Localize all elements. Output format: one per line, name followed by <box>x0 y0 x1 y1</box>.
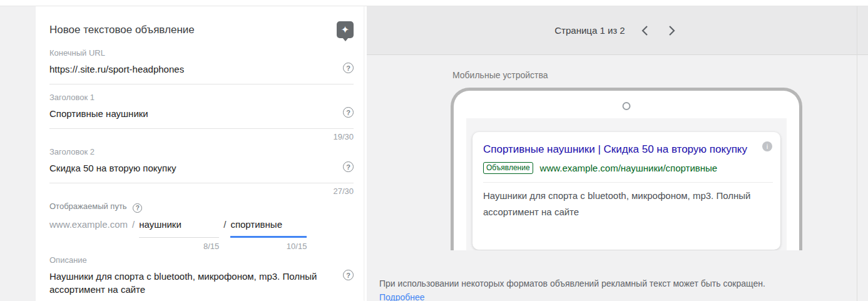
headline1-counter: 19/30 <box>49 132 354 141</box>
final-url-field: Конечный URL https://.site.ru/sport-head… <box>49 48 354 84</box>
ad-editor-panel: Новое текстовое объявление ✦ Конечный UR… <box>36 6 364 301</box>
display-path2-input[interactable]: спортивные <box>230 218 307 238</box>
path-separator: / <box>219 218 230 231</box>
disclaimer-text: При использовании некоторых форматов объ… <box>379 278 765 288</box>
display-path1-counter: 8/15 <box>139 242 219 251</box>
headline1-input[interactable]: Спортивные наушники <box>49 107 337 120</box>
display-path1-input[interactable]: наушники <box>139 218 219 238</box>
help-icon[interactable]: ? <box>343 63 354 73</box>
display-path2-group: спортивные 10/15 <box>230 218 307 251</box>
phone-mockup: Спортивные наушники | Скидка 50 на втору… <box>451 88 802 250</box>
chevron-right-icon[interactable] <box>664 23 680 39</box>
display-path-field: Отображаемый путь ? www.example.com / на… <box>49 202 354 251</box>
help-icon[interactable]: ? <box>343 270 354 280</box>
chevron-left-icon[interactable] <box>636 23 653 39</box>
help-icon[interactable]: ? <box>343 161 354 172</box>
headline2-label: Заголовок 2 <box>49 147 354 156</box>
headline2-field: Заголовок 2 Скидка 50 на вторую покупку … <box>49 147 354 196</box>
ad-display-url: www.example.com/наушники/спортивные <box>540 163 718 173</box>
final-url-input[interactable]: https://.site.ru/sport-headphones <box>49 63 337 76</box>
ad-card-divider <box>483 182 773 183</box>
field-divider <box>49 84 354 84</box>
description-label: Описание <box>49 255 354 265</box>
ad-preview-description: Наушники для спорта с bluetooth, микрофо… <box>483 188 770 220</box>
headline2-counter: 27/30 <box>49 186 354 196</box>
sparkle-icon: ✦ <box>341 24 349 36</box>
ad-preview-card: Спортивные наушники | Скидка 50 на втору… <box>472 132 780 250</box>
headline2-input[interactable]: Скидка 50 на вторую покупку <box>49 161 337 175</box>
help-icon[interactable]: ? <box>343 107 354 118</box>
preview-pagination-bar: Страница 1 из 2 <box>367 6 868 55</box>
phone-screen: Спортивные наушники | Скидка 50 на втору… <box>466 118 787 250</box>
preview-disclaimer: При использовании некоторых форматов объ… <box>379 277 765 301</box>
display-path-domain: www.example.com <box>49 218 128 231</box>
display-path2-counter: 10/15 <box>230 242 307 251</box>
headline1-field: Заголовок 1 Спортивные наушники ? 19/30 <box>49 93 354 141</box>
pagination-label: Страница 1 из 2 <box>554 25 625 36</box>
display-path1-group: наушники 8/15 <box>139 218 219 251</box>
ad-preview-title: Спортивные наушники | Скидка 50 на втору… <box>483 141 770 158</box>
field-divider <box>49 183 354 183</box>
path-separator: / <box>128 218 139 231</box>
learn-more-link[interactable]: Подробнее <box>379 292 425 301</box>
help-icon[interactable]: ? <box>133 203 142 213</box>
ad-suggestions-button[interactable]: ✦ <box>337 21 354 38</box>
info-icon[interactable]: i <box>762 141 772 151</box>
description-input[interactable]: Наушники для спорта с bluetooth, микрофо… <box>49 270 337 296</box>
panel-title: Новое текстовое объявление <box>49 21 195 36</box>
description-field: Описание Наушники для спорта с bluetooth… <box>49 255 354 301</box>
panel-edge-divider <box>857 6 857 301</box>
headline1-label: Заголовок 1 <box>49 93 354 102</box>
phone-camera-icon <box>623 102 631 110</box>
final-url-label: Конечный URL <box>49 48 354 58</box>
ad-preview-panel: Страница 1 из 2 Мобильные устройства Спо… <box>367 6 868 301</box>
left-gutter <box>0 6 36 301</box>
display-path-label: Отображаемый путь <box>49 202 127 211</box>
top-strip <box>0 0 868 6</box>
field-divider <box>49 128 354 129</box>
device-type-label: Мобильные устройства <box>452 70 548 80</box>
ad-badge: Объявление <box>483 162 533 174</box>
